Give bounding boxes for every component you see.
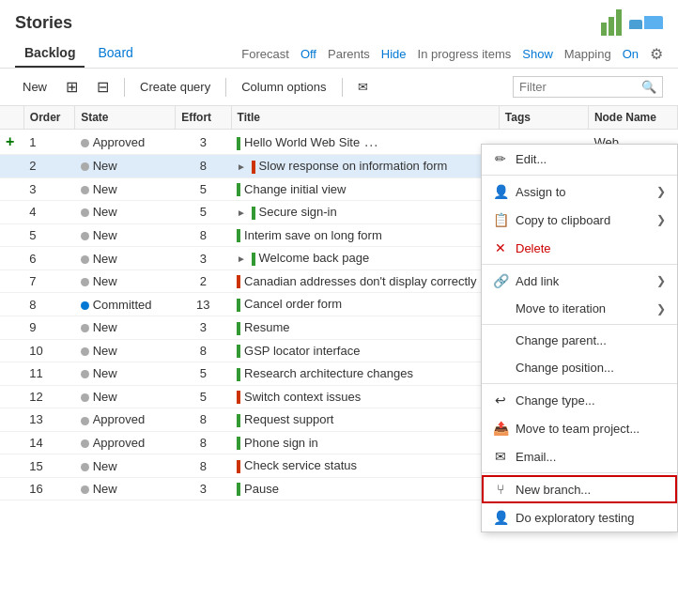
row-state: New bbox=[75, 385, 176, 408]
state-dot bbox=[81, 301, 89, 310]
context-menu-item[interactable]: ✕ Delete bbox=[482, 234, 677, 262]
row-add-cell bbox=[0, 155, 23, 178]
row-title[interactable]: Change initial view bbox=[231, 177, 499, 201]
collapse-button[interactable]: ⊟ bbox=[89, 74, 116, 100]
state-dot bbox=[81, 485, 89, 494]
col-title: Title bbox=[231, 106, 499, 130]
row-add-cell bbox=[0, 223, 23, 247]
tab-board[interactable]: Board bbox=[88, 39, 142, 68]
state-dot bbox=[81, 324, 89, 332]
row-title[interactable]: Interim save on long form bbox=[231, 223, 499, 247]
row-order: 10 bbox=[23, 339, 74, 362]
state-dot bbox=[81, 186, 89, 194]
new-button[interactable]: New bbox=[15, 76, 54, 98]
color-bar bbox=[237, 368, 240, 381]
submenu-arrow-icon: ❯ bbox=[656, 302, 666, 316]
row-add-cell: + bbox=[0, 130, 23, 155]
context-menu-item[interactable]: ✏ Edit... bbox=[482, 145, 677, 173]
color-bar bbox=[252, 253, 255, 266]
row-title[interactable]: Pause bbox=[231, 477, 499, 500]
context-menu-item[interactable]: ✉ Email... bbox=[482, 442, 677, 470]
context-menu-item[interactable]: Move to iteration ❯ bbox=[482, 295, 677, 322]
context-menu-item[interactable]: ↩ Change type... bbox=[482, 386, 677, 414]
create-query-button[interactable]: Create query bbox=[132, 76, 218, 98]
row-state: New bbox=[75, 201, 176, 224]
row-title[interactable]: Hello World Web Site… bbox=[231, 130, 499, 155]
ctx-icon: 🔗 bbox=[493, 273, 508, 288]
context-menu-item[interactable]: ⑂ New branch... bbox=[482, 475, 677, 503]
column-options-button[interactable]: Column options bbox=[234, 76, 333, 98]
expand-icon[interactable]: ► bbox=[237, 162, 246, 172]
row-title[interactable]: Phone sign in bbox=[231, 431, 499, 454]
row-title[interactable]: Canadian addresses don't display correct… bbox=[231, 270, 499, 293]
context-menu-item[interactable]: 👤 Do exploratory testing bbox=[482, 503, 677, 531]
row-title[interactable]: Request support bbox=[231, 408, 499, 432]
row-order: 6 bbox=[23, 247, 74, 270]
row-title[interactable]: ► Secure sign-in bbox=[231, 201, 499, 224]
inprogress-value[interactable]: Show bbox=[522, 47, 553, 61]
row-state: New bbox=[75, 477, 176, 500]
separator-2 bbox=[225, 78, 226, 97]
row-title[interactable]: Research architecture changes bbox=[231, 362, 499, 386]
state-dot bbox=[81, 370, 89, 378]
ctx-item-left: ✏ Edit... bbox=[493, 151, 547, 166]
filter-input[interactable] bbox=[519, 80, 641, 94]
row-title[interactable]: GSP locator interface bbox=[231, 339, 499, 362]
row-effort: 2 bbox=[176, 270, 231, 293]
col-node: Node Name bbox=[588, 106, 677, 130]
context-menu-item[interactable]: 🔗 Add link ❯ bbox=[482, 267, 677, 295]
add-child-button[interactable]: ⊞ bbox=[58, 74, 85, 100]
context-menu-item[interactable]: 📋 Copy to clipboard ❯ bbox=[482, 206, 677, 234]
forecast-value[interactable]: Off bbox=[300, 47, 316, 61]
row-effort: 8 bbox=[176, 408, 231, 432]
row-title[interactable]: Check service status bbox=[231, 454, 499, 478]
row-title[interactable]: Resume bbox=[231, 316, 499, 339]
row-order: 3 bbox=[23, 177, 74, 201]
row-ellipsis-button[interactable]: … bbox=[360, 133, 382, 150]
state-dot bbox=[81, 439, 89, 448]
gear-icon[interactable]: ⚙ bbox=[650, 45, 663, 63]
context-menu-item[interactable]: Change parent... bbox=[482, 327, 677, 354]
row-effort: 5 bbox=[176, 385, 231, 408]
color-bar bbox=[237, 183, 240, 196]
row-effort: 8 bbox=[176, 155, 231, 178]
parents-value[interactable]: Hide bbox=[381, 47, 407, 61]
row-order: 14 bbox=[23, 431, 74, 454]
row-state: New bbox=[75, 316, 176, 339]
separator-1 bbox=[124, 78, 125, 97]
add-row-icon[interactable]: + bbox=[6, 133, 14, 149]
expand-icon[interactable]: ► bbox=[237, 254, 246, 264]
context-menu-item[interactable]: 📤 Move to team project... bbox=[482, 414, 677, 442]
context-menu-item[interactable]: 👤 Assign to ❯ bbox=[482, 177, 677, 206]
row-order: 1 bbox=[23, 130, 74, 155]
row-add-cell bbox=[0, 270, 23, 293]
context-menu-item[interactable]: Change position... bbox=[482, 354, 677, 381]
ctx-item-left: ⑂ New branch... bbox=[493, 482, 591, 497]
expand-icon[interactable]: ► bbox=[237, 208, 246, 218]
row-title[interactable]: ► Welcome back page bbox=[231, 247, 499, 270]
ctx-item-label: Email... bbox=[516, 450, 556, 464]
row-state: New bbox=[75, 454, 176, 478]
forecast-label: Forecast bbox=[241, 47, 289, 61]
row-title[interactable]: ► Slow response on information form bbox=[231, 155, 499, 178]
mapping-value[interactable]: On bbox=[623, 47, 639, 61]
state-dot bbox=[81, 347, 89, 356]
col-add bbox=[0, 106, 23, 130]
row-title[interactable]: Cancel order form bbox=[231, 293, 499, 316]
color-bar bbox=[237, 414, 240, 427]
row-order: 12 bbox=[23, 385, 74, 408]
state-dot bbox=[81, 232, 89, 240]
ctx-icon: ✉ bbox=[493, 449, 508, 464]
submenu-arrow-icon: ❯ bbox=[656, 274, 666, 287]
email-button[interactable]: ✉ bbox=[350, 76, 376, 98]
mapping-label: Mapping bbox=[564, 47, 611, 61]
color-bar bbox=[237, 299, 240, 312]
nav-right: Forecast Off Parents Hide In progress it… bbox=[241, 45, 663, 63]
row-title[interactable]: Switch context issues bbox=[231, 385, 499, 408]
row-state: Committed bbox=[75, 293, 176, 316]
color-bar bbox=[237, 322, 240, 335]
tab-backlog[interactable]: Backlog bbox=[15, 39, 85, 68]
ctx-icon: ✕ bbox=[493, 240, 508, 255]
color-bar bbox=[252, 207, 255, 220]
ctx-item-label: Move to team project... bbox=[516, 422, 639, 436]
